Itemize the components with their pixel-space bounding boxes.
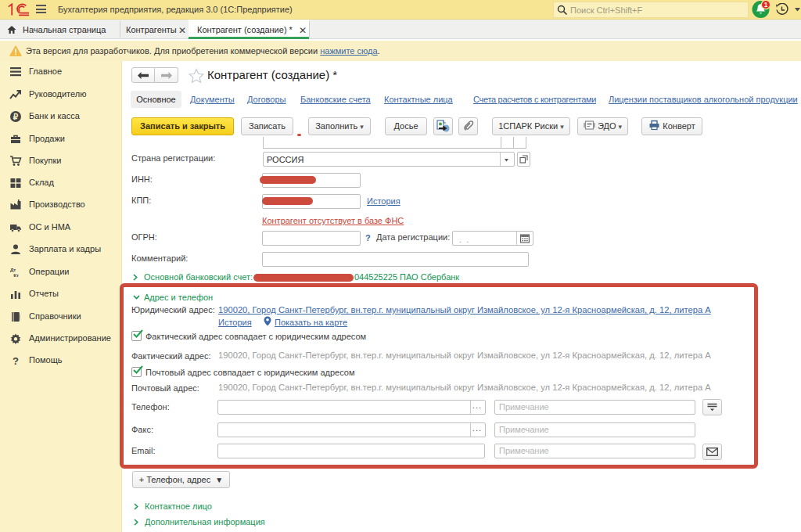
svg-text:Дт: Дт [10, 267, 16, 272]
svg-text:Кт: Кт [13, 272, 19, 278]
svg-text:₽: ₽ [13, 113, 19, 121]
svg-text:?: ? [13, 355, 19, 367]
svg-text:1: 1 [764, 1, 768, 9]
